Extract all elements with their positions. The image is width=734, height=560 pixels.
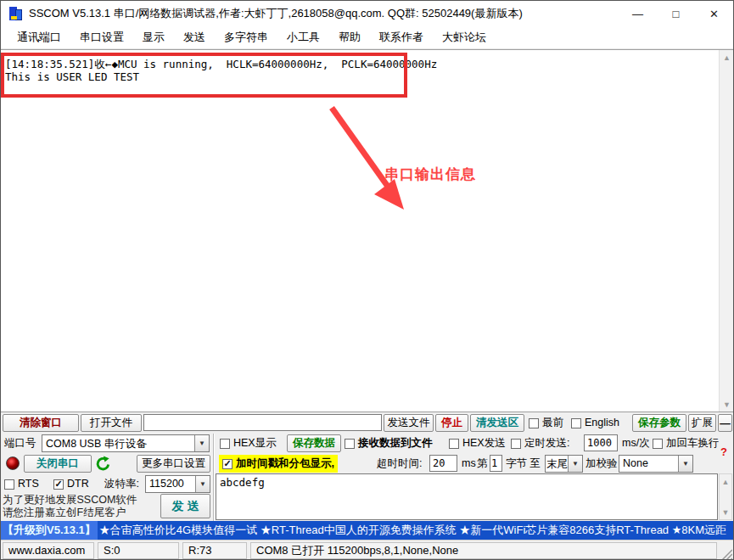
timed-send-checkbox[interactable] (511, 439, 521, 449)
refresh-ports-icon[interactable] (95, 456, 111, 472)
resize-grip-icon[interactable] (720, 548, 732, 560)
save-data-button[interactable]: 保存数据 (287, 434, 341, 452)
checksum-label: 加校验 (586, 455, 618, 473)
red-arrow-annotation (323, 101, 417, 216)
rts-label: RTS (18, 475, 39, 493)
port-open-status: COM8 已打开 115200bps,8,1,None,None (250, 542, 717, 559)
menu-tools[interactable]: 小工具 (277, 26, 329, 48)
byte-to-value: 末尾 (546, 456, 568, 472)
scroll-down-icon[interactable]: ▼ (720, 397, 733, 412)
timestamp-option-highlight: 加时间戳和分包显示, (219, 455, 338, 473)
hex-display-checkbox[interactable] (220, 439, 230, 449)
menu-serial-settings[interactable]: 串口设置 (70, 26, 133, 48)
stop-button[interactable]: 停止 (435, 414, 468, 432)
menu-bar: 通讯端口 串口设置 显示 发送 多字符串 小工具 帮助 联系作者 大虾论坛 (1, 26, 733, 49)
menu-send[interactable]: 发送 (174, 26, 215, 48)
hex-send-checkbox[interactable] (449, 439, 459, 449)
banner-text: ★合宙高性价比4G模块值得一试 ★RT-Thread中国人的开源免费操作系统 ★… (99, 523, 726, 538)
promo-text: 为了更好地发展SSCOM软件 请您注册嘉立创F结尾客户 (3, 494, 137, 519)
byte-to-label: 字节 至 (506, 455, 541, 473)
highlight-box-annotation (1, 53, 407, 98)
clear-send-area-button[interactable]: 清发送区 (470, 414, 524, 432)
clear-window-button[interactable]: 清除窗口 (3, 414, 79, 432)
english-checkbox[interactable] (571, 418, 581, 428)
promo-line-1: 为了更好地发展SSCOM软件 (3, 494, 137, 507)
menu-contact-author[interactable]: 联系作者 (370, 26, 433, 48)
checksum-value: None (619, 456, 678, 472)
more-serial-settings-button[interactable]: 更多串口设置 (137, 455, 210, 473)
menu-comm-port[interactable]: 通讯端口 (8, 26, 70, 48)
port-label: 端口号 (4, 434, 36, 452)
menu-daxia-forum[interactable]: 大虾论坛 (433, 26, 496, 48)
receive-to-file-label: 接收数据到文件 (358, 434, 433, 452)
chevron-down-icon[interactable]: ▼ (678, 456, 692, 472)
close-button[interactable]: ✕ (695, 1, 733, 26)
upgrade-link[interactable]: 【升级到V5.13.1】 (1, 521, 98, 540)
baud-rate-value: 115200 (146, 476, 195, 492)
hex-send-label: HEX发送 (462, 434, 506, 452)
expand-button[interactable]: 扩展 (688, 414, 716, 432)
append-crlf-checkbox[interactable] (653, 439, 663, 449)
close-port-button[interactable]: 关闭串口 (24, 455, 92, 473)
interval-unit-label: ms/次 (622, 434, 650, 452)
timeout-unit-label: ms (462, 455, 476, 473)
byte-from-input[interactable] (490, 455, 502, 472)
menu-help[interactable]: 帮助 (329, 26, 370, 48)
send-button[interactable]: 发 送 (160, 494, 210, 518)
terminal-scrollbar[interactable]: ▲ ▼ (719, 50, 733, 412)
timeout-label: 超时时间: (377, 455, 422, 473)
timed-send-label: 定时发送: (524, 434, 569, 452)
menu-display[interactable]: 显示 (133, 26, 174, 48)
port-select-value: COM8 USB 串行设备 (42, 435, 194, 451)
promo-line-2: 请您注册嘉立创F结尾客户 (3, 507, 137, 519)
sscom-window: SSCOM V5.13.1 串口/网络数据调试器,作者:大虾丁丁,2618058… (0, 0, 734, 560)
timeout-input[interactable] (429, 455, 457, 472)
baud-rate-label: 波特率: (104, 475, 139, 493)
received-count-status: R:73 (182, 542, 247, 559)
menu-multi-string[interactable]: 多字符串 (215, 26, 277, 48)
promo-banner[interactable]: 【升级到V5.13.1】 ★合宙高性价比4G模块值得一试 ★RT-Thread中… (1, 521, 733, 540)
port-open-led-icon (6, 456, 20, 470)
send-interval-input[interactable] (584, 434, 618, 451)
file-path-input[interactable] (143, 414, 382, 431)
append-crlf-label: 加回车换行 (666, 434, 720, 452)
byte-from-label: 第 (477, 455, 488, 473)
control-panel: 清除窗口 打开文件 发送文件 停止 清发送区 最前 English 保存参数 扩… (1, 412, 733, 521)
status-bar: www.daxia.com S:0 R:73 COM8 已打开 115200bp… (1, 540, 733, 560)
english-label: English (585, 414, 619, 432)
topmost-checkbox[interactable] (529, 418, 539, 428)
minimize-button[interactable]: — (619, 1, 657, 26)
app-icon (8, 6, 24, 21)
topmost-label: 最前 (542, 414, 563, 432)
hex-display-label: HEX显示 (233, 434, 277, 452)
baud-rate-select[interactable]: 115200 ▼ (145, 475, 210, 493)
checksum-select[interactable]: None ▼ (619, 455, 693, 473)
dtr-label: DTR (67, 475, 89, 493)
byte-to-select[interactable]: 末尾 ▼ (545, 455, 583, 473)
send-file-button[interactable]: 发送文件 (384, 414, 434, 432)
sent-count-status: S:0 (98, 542, 179, 559)
open-file-button[interactable]: 打开文件 (81, 414, 142, 432)
scroll-up-icon[interactable]: ▲ (720, 474, 731, 489)
receive-to-file-checkbox[interactable] (345, 439, 355, 449)
chevron-down-icon[interactable]: ▼ (568, 456, 582, 472)
chevron-down-icon[interactable]: ▼ (194, 435, 209, 451)
maximize-button[interactable]: □ (657, 1, 695, 26)
dtr-checkbox[interactable] (53, 479, 64, 490)
timestamp-label: 加时间戳和分包显示, (236, 455, 334, 473)
scroll-up-icon[interactable]: ▲ (720, 50, 733, 64)
annotation-label: 串口输出信息 (384, 165, 476, 184)
chevron-down-icon[interactable]: ▼ (195, 476, 210, 492)
window-title: SSCOM V5.13.1 串口/网络数据调试器,作者:大虾丁丁,2618058… (29, 6, 523, 21)
collapse-panel-button[interactable]: — (718, 414, 732, 432)
port-select[interactable]: COM8 USB 串行设备 ▼ (42, 434, 210, 452)
terminal-output: [14:18:35.521]收←◆MCU is running, HCLK=64… (1, 49, 733, 412)
timestamp-checkbox[interactable] (222, 459, 233, 469)
title-bar: SSCOM V5.13.1 串口/网络数据调试器,作者:大虾丁丁,2618058… (1, 1, 733, 26)
rts-checkbox[interactable] (4, 479, 14, 490)
save-params-button[interactable]: 保存参数 (632, 414, 686, 432)
website-status: www.daxia.com (3, 542, 94, 559)
